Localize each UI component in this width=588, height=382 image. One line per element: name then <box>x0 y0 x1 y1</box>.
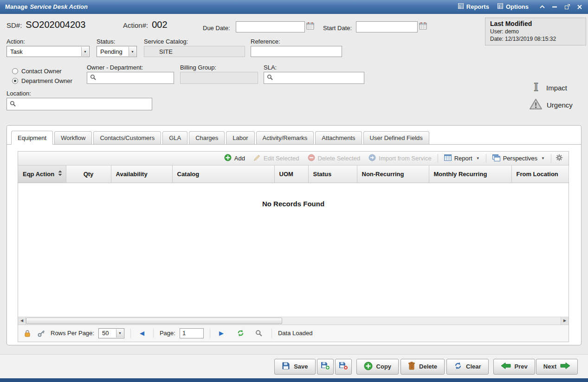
reference-input[interactable] <box>251 46 342 57</box>
lock-button[interactable] <box>23 330 32 337</box>
urgency-indicator[interactable]: Urgency <box>530 98 573 112</box>
column-header-eqp-action[interactable]: Eqp Action <box>18 166 66 183</box>
horizontal-scrollbar[interactable]: ◀ ▶ <box>18 317 569 325</box>
column-header-status[interactable]: Status <box>308 166 357 183</box>
tab-contacts-customers[interactable]: Contacts/Customers <box>93 131 161 145</box>
scrollbar-thumb[interactable] <box>26 318 282 324</box>
sla-search-field[interactable] <box>264 72 364 84</box>
grid-header-row: Eqp Action Qty Availability Catalog UOM … <box>18 166 569 183</box>
save-new-icon <box>321 362 330 371</box>
add-button[interactable]: Add <box>220 154 249 163</box>
next-page-button[interactable]: ▶ <box>216 330 226 337</box>
action-select[interactable]: Task ▼ <box>6 46 90 57</box>
tab-gla[interactable]: GLA <box>162 131 187 145</box>
tab-charges[interactable]: Charges <box>189 131 225 145</box>
owner-department-search-field[interactable] <box>87 72 174 84</box>
add-plus-icon <box>224 154 232 163</box>
owner-department-input[interactable] <box>98 75 171 82</box>
import-from-service-button[interactable]: Import from Service <box>365 154 435 163</box>
lock-icon <box>24 330 31 337</box>
last-modified-user: User: demo <box>490 28 581 35</box>
save-button[interactable]: Save <box>274 359 315 375</box>
previous-page-button[interactable]: ◀ <box>137 330 147 337</box>
department-owner-radio[interactable]: Department Owner <box>12 77 72 84</box>
manage-service-desk-action-window: Manage Service Desk Action Reports Optio… <box>0 0 588 382</box>
last-modified-box: Last Modified User: demo Date: 12/13/201… <box>485 18 586 45</box>
refresh-button[interactable] <box>235 329 246 337</box>
sla-input[interactable] <box>275 75 361 82</box>
contact-owner-radio-circle[interactable] <box>12 68 18 74</box>
owner-department-label: Owner - Department: <box>87 64 143 71</box>
tab-labor[interactable]: Labor <box>226 131 254 145</box>
impact-label: Impact <box>546 84 567 92</box>
column-header-catalog[interactable]: Catalog <box>172 166 274 183</box>
chevron-down-icon: ▼ <box>81 47 89 56</box>
department-owner-radio-circle[interactable] <box>12 78 18 84</box>
location-input[interactable] <box>18 101 149 108</box>
contact-owner-radio[interactable]: Contact Owner <box>12 68 62 75</box>
edit-pencil-icon <box>253 154 261 163</box>
rows-per-page-select[interactable]: 50 ▼ <box>98 328 124 338</box>
clear-button[interactable]: Clear <box>446 359 489 375</box>
report-label: Report <box>454 155 472 162</box>
save-new-button[interactable] <box>317 359 334 375</box>
calendar-icon <box>419 22 427 30</box>
column-header-monthly-recurring[interactable]: Monthly Recurring <box>429 166 511 183</box>
report-dropdown-button[interactable]: Report ▼ <box>440 154 484 162</box>
key-button[interactable] <box>36 330 46 337</box>
save-label: Save <box>294 363 308 370</box>
urgency-label: Urgency <box>547 101 573 109</box>
search-records-button[interactable] <box>254 330 264 337</box>
chevron-down-icon: ▼ <box>476 156 480 160</box>
next-button[interactable]: Next <box>536 359 578 375</box>
options-menu-button[interactable]: Options <box>498 3 529 10</box>
tab-workflow[interactable]: Workflow <box>54 131 92 145</box>
save-close-icon <box>339 362 348 371</box>
copy-button[interactable]: Copy <box>356 359 399 375</box>
delete-selected-button[interactable]: Delete Selected <box>304 154 364 163</box>
window-bottom-edge <box>0 378 588 382</box>
edit-selected-button[interactable]: Edit Selected <box>250 154 303 163</box>
search-icon <box>10 100 16 108</box>
trash-icon <box>408 362 415 371</box>
due-date-calendar-button[interactable] <box>306 22 314 30</box>
save-close-button[interactable] <box>335 359 352 375</box>
start-date-calendar-button[interactable] <box>419 22 427 30</box>
titlebar-right: Reports Options <box>458 3 583 10</box>
reports-menu-button[interactable]: Reports <box>458 3 489 10</box>
delete-button[interactable]: Delete <box>401 359 445 375</box>
delete-selected-label: Delete Selected <box>318 155 361 162</box>
tab-attachments[interactable]: Attachments <box>315 131 362 145</box>
popout-button[interactable] <box>564 4 570 10</box>
impact-indicator[interactable]: I Impact <box>530 81 567 95</box>
footer-separator <box>153 329 154 338</box>
start-date-input[interactable] <box>356 21 418 32</box>
tab-activity-remarks[interactable]: Activity/Remarks <box>256 131 314 145</box>
minimize-button[interactable] <box>551 4 558 10</box>
tab-user-defined-fields[interactable]: User Defined Fields <box>363 131 429 145</box>
titlebar: Manage Service Desk Action Reports Optio… <box>0 0 588 14</box>
scroll-right-button[interactable]: ▶ <box>561 317 569 325</box>
footer-separator <box>210 329 210 338</box>
page-number-input[interactable] <box>180 328 204 338</box>
due-date-input[interactable] <box>236 21 305 32</box>
toolbar-separator <box>486 154 486 163</box>
tab-equipment[interactable]: Equipment <box>11 131 53 145</box>
column-header-qty[interactable]: Qty <box>66 166 111 183</box>
close-button[interactable] <box>576 4 583 10</box>
last-modified-title: Last Modified <box>490 20 581 27</box>
column-header-uom[interactable]: UOM <box>274 166 308 183</box>
status-select[interactable]: Pending ▼ <box>97 46 137 57</box>
column-header-non-recurring[interactable]: Non-Recurring <box>357 166 429 183</box>
location-search-field[interactable] <box>6 98 152 110</box>
column-header-from-location[interactable]: From Location <box>511 166 569 183</box>
scroll-left-button[interactable]: ◀ <box>18 317 26 325</box>
report-table-icon <box>444 154 452 162</box>
grid-settings-button[interactable] <box>554 154 565 163</box>
search-icon <box>267 74 273 82</box>
collapse-button[interactable] <box>539 4 545 10</box>
grid-body: No Records Found <box>18 183 569 317</box>
perspectives-dropdown-button[interactable]: Perspectives ▼ <box>489 154 549 163</box>
column-header-availability[interactable]: Availability <box>111 166 172 183</box>
prev-button[interactable]: Prev <box>493 359 535 375</box>
